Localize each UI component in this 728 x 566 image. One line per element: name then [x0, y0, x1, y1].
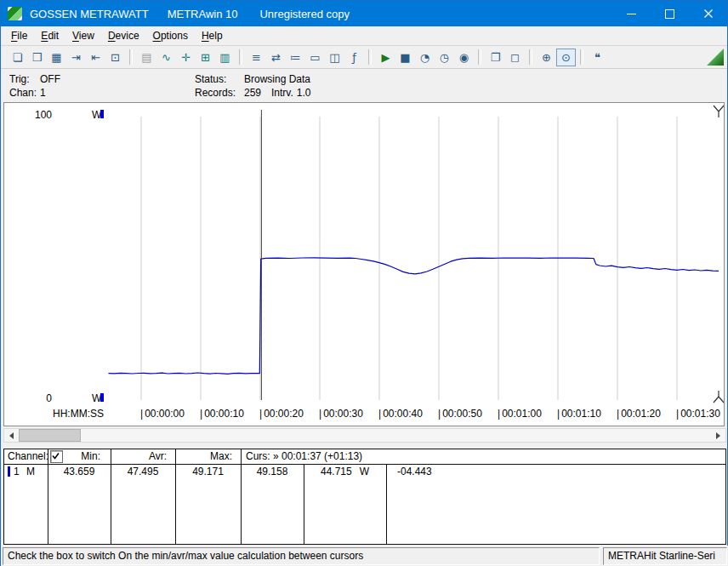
table-row: 1 M 43.659 47.495 49.171 49.158 44.715W … — [4, 465, 725, 478]
chart-panel: 100 W 0 W HH:MM:SS 00:00:00 00:00:10 00:… — [3, 102, 725, 426]
table-column-divider — [48, 449, 48, 544]
x-axis-format-label: HH:MM:SS — [53, 408, 104, 420]
toolbar-separator — [129, 49, 133, 65]
table-column-divider — [241, 449, 242, 544]
view-xy-button[interactable]: ✛ — [176, 49, 196, 66]
display-monitor-button[interactable]: ▭ — [305, 49, 325, 66]
print-preview-icon: ◻ — [510, 52, 520, 63]
stop-recording-button[interactable]: ■ — [395, 49, 415, 66]
close-button[interactable] — [689, 1, 727, 26]
table-column-divider — [111, 449, 111, 544]
notes-button[interactable]: ❝ — [588, 49, 607, 66]
caption-buttons — [612, 1, 727, 26]
x-tick-label: 00:01:00 — [498, 408, 542, 420]
minimize-button[interactable] — [612, 1, 651, 26]
cursor2-handle-bottom — [714, 391, 724, 403]
export-data-button[interactable]: ⇥ — [66, 49, 86, 66]
zoom-mode-button[interactable]: ⊙ — [556, 49, 576, 66]
display-monitor-icon: ▭ — [310, 52, 320, 63]
scroll-left-button[interactable] — [4, 429, 18, 442]
print-list-icon: ▤ — [141, 52, 151, 63]
menu-options[interactable]: Options — [146, 28, 195, 43]
view-table-button[interactable]: ⊞ — [196, 49, 215, 66]
measure-settings-icon: ≔ — [290, 52, 301, 63]
view-trend-icon: ∿ — [162, 52, 171, 63]
channel-config-button[interactable]: ≡ — [247, 49, 266, 66]
view-table-icon: ⊞ — [201, 52, 210, 63]
cursor2-value: 44.715 — [321, 466, 352, 477]
new-file-button[interactable]: ❏ — [8, 49, 27, 66]
toolbar-separator — [478, 49, 481, 65]
interval-value: 1.0 — [297, 87, 311, 99]
x-tick-label: 00:00:20 — [259, 408, 304, 420]
zoom-in-button[interactable]: ⊕ — [537, 49, 556, 66]
x-tick-label: 00:01:10 — [557, 408, 601, 420]
cursor1-value: 49.158 — [241, 466, 304, 477]
scroll-left-icon — [6, 432, 14, 439]
cursor-header: Curs: » 00:01:37 (+01:13) — [246, 450, 362, 462]
formula-icon: ƒ — [352, 52, 356, 63]
channel-header: Channel: — [8, 450, 48, 462]
export-data-icon: ⇥ — [71, 52, 81, 63]
open-file-button[interactable]: ❒ — [27, 49, 47, 66]
records-value: 259 — [244, 86, 271, 100]
avr-value: 47.495 — [111, 466, 175, 477]
x-tick-label: 00:00:30 — [319, 408, 363, 420]
copy-data-button[interactable]: ⊡ — [105, 49, 125, 66]
scroll-right-button[interactable] — [712, 429, 725, 442]
table-header: Channel: Min: Avr: Max: Curs: » 00:01:37… — [4, 449, 725, 465]
start-recording-button[interactable]: ▶ — [376, 49, 395, 66]
title-license-note: Unregistered copy — [259, 8, 350, 20]
interval-timer-icon: ◷ — [440, 52, 449, 63]
plot-svg[interactable] — [4, 103, 724, 426]
cursor2-handle-top — [714, 106, 724, 117]
trig-value: OFF — [40, 73, 60, 85]
minimize-icon — [627, 14, 636, 14]
start-recording-icon: ▶ — [382, 52, 390, 63]
chan-label: Chan: — [9, 86, 40, 100]
table-column-divider — [175, 449, 176, 544]
avr-header: Avr: — [111, 450, 167, 462]
maximize-button[interactable] — [651, 1, 689, 26]
notes-icon: ❝ — [594, 52, 600, 63]
print-button[interactable]: ❐ — [486, 49, 505, 66]
data-line-channel-1 — [109, 258, 719, 374]
formula-button[interactable]: ƒ — [344, 49, 364, 66]
duration-button[interactable]: ◉ — [454, 49, 474, 66]
min-value: 43.659 — [48, 466, 111, 477]
device-connect-button[interactable]: ⇄ — [266, 49, 286, 66]
live-display-button[interactable]: ◫ — [325, 49, 344, 66]
menu-help[interactable]: Help — [195, 28, 230, 43]
records-label: Records: — [195, 86, 244, 100]
x-tick-label: 00:00:50 — [438, 408, 482, 420]
interval-timer-button[interactable]: ◷ — [435, 49, 454, 66]
channel-color-bar — [8, 466, 10, 477]
y-axis-tick-bottom — [100, 393, 104, 402]
scroll-thumb[interactable] — [19, 429, 81, 442]
close-icon — [704, 9, 713, 18]
channel-mode: M — [26, 466, 35, 477]
toolbar-separator — [239, 49, 242, 65]
print-preview-button[interactable]: ◻ — [505, 49, 525, 66]
title-bar: GOSSEN METRAWATT METRAwin 10 Unregistere… — [1, 1, 727, 26]
toolbar-separator — [368, 49, 372, 65]
title-product-name: METRAwin 10 — [168, 8, 238, 20]
measurement-table: Channel: Min: Avr: Max: Curs: » 00:01:37… — [3, 449, 726, 545]
view-bargraph-button[interactable]: ▥ — [215, 49, 235, 66]
view-trend-button[interactable]: ∿ — [156, 49, 176, 66]
y-axis-tick-top — [100, 110, 104, 118]
print-list-button[interactable]: ▤ — [137, 49, 156, 66]
menu-edit[interactable]: Edit — [34, 28, 65, 43]
toolbar-separator — [529, 49, 532, 65]
device-name: METRAHit Starline-Seri — [603, 547, 727, 565]
h-scrollbar[interactable] — [3, 428, 726, 443]
channel-number: 1 — [14, 466, 20, 477]
save-file-button[interactable]: ▦ — [47, 49, 66, 66]
max-value: 49.171 — [175, 466, 241, 477]
menu-device[interactable]: Device — [101, 28, 146, 43]
import-data-button[interactable]: ⇤ — [86, 49, 105, 66]
menu-view[interactable]: View — [65, 28, 101, 43]
menu-file[interactable]: File — [4, 28, 34, 43]
trigger-clock-button[interactable]: ◔ — [415, 49, 435, 66]
measure-settings-button[interactable]: ≔ — [286, 49, 305, 66]
